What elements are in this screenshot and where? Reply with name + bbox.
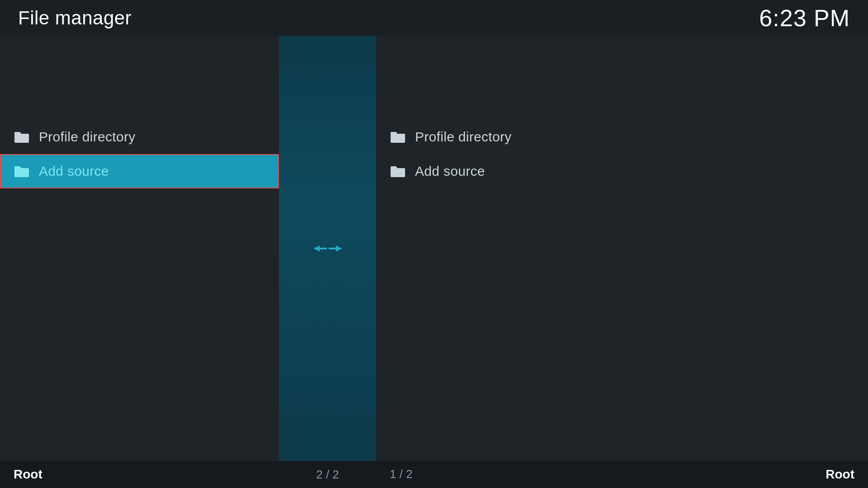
left-profile-dir-label: Profile directory (39, 129, 136, 145)
app-title: File manager (18, 7, 132, 29)
left-item-add-source[interactable]: Add source (0, 154, 279, 188)
footer-left-label: Root (14, 467, 42, 481)
folder-icon (14, 130, 30, 144)
footer-center-left: 2 / 2 (279, 468, 376, 482)
footer-left-count: 2 / 2 (316, 468, 339, 482)
left-panel: Profile directory Add source (0, 36, 279, 461)
right-add-source-label: Add source (415, 164, 485, 179)
footer-right-label: Root (826, 467, 854, 482)
footer: Root 2 / 2 1 / 2 Root (0, 461, 868, 488)
clock: 6:23 PM (759, 5, 850, 32)
right-item-profile-directory[interactable]: Profile directory (376, 120, 868, 154)
folder-icon-selected (14, 164, 30, 178)
right-spacer (376, 36, 868, 120)
svg-marker-1 (314, 245, 320, 252)
swap-icon (310, 237, 346, 260)
right-panel: Profile directory Add source (376, 36, 868, 461)
folder-icon-right-profile (390, 130, 406, 144)
right-item-add-source[interactable]: Add source (376, 154, 868, 188)
header: File manager 6:23 PM (0, 0, 868, 36)
left-item-profile-directory[interactable]: Profile directory (0, 120, 279, 154)
footer-right-area: 1 / 2 Root (376, 467, 868, 482)
left-spacer (0, 36, 279, 120)
main-area: Profile directory Add source (0, 36, 868, 461)
right-profile-dir-label: Profile directory (415, 129, 512, 145)
footer-left: Root (0, 467, 279, 482)
folder-icon-right-add-source (390, 164, 406, 178)
footer-right-count: 1 / 2 (390, 467, 413, 482)
center-divider (279, 36, 376, 461)
left-add-source-label: Add source (39, 164, 109, 179)
svg-marker-3 (336, 245, 341, 252)
